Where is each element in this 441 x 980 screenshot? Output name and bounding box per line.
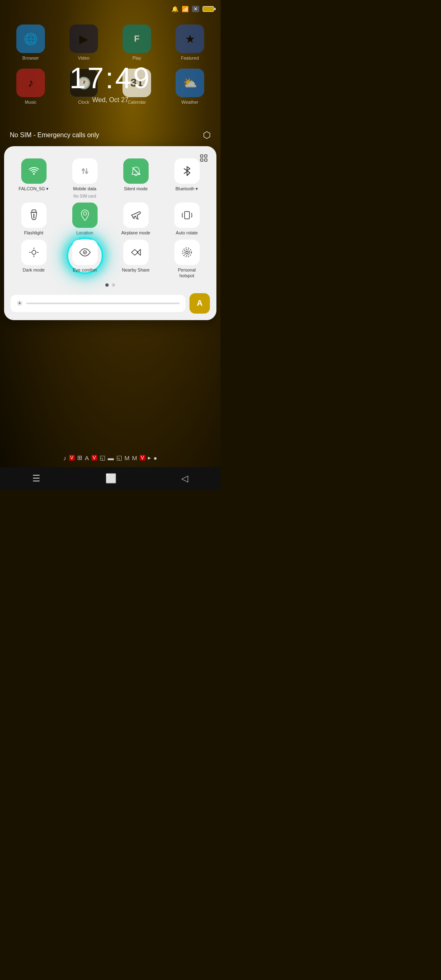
notif-icon-v2: V xyxy=(91,455,97,461)
browser-icon: 🌐 xyxy=(16,24,45,53)
tile-silentmode[interactable]: Silent mode xyxy=(113,158,159,198)
browser-label: Browser xyxy=(22,56,39,60)
clock-date: Wed, Oct 27 xyxy=(0,96,220,104)
darkmode-tile-icon xyxy=(21,240,47,265)
brightness-control[interactable]: ☀ xyxy=(11,295,185,312)
hotspot-tile-icon xyxy=(174,240,200,265)
svg-point-4 xyxy=(33,173,35,175)
quick-settings-panel: FALCON_5G ▾ Mobile data No SIM card xyxy=(4,146,216,320)
location-tile-icon xyxy=(72,203,98,228)
sim-notice: No SIM - Emergency calls only ⬡ xyxy=(0,130,220,140)
svg-rect-2 xyxy=(200,159,203,161)
mobiledata-tile-icon xyxy=(72,158,98,184)
airplane-label: Airplane mode xyxy=(121,230,150,236)
notif-icon-box1: ◱ xyxy=(100,454,105,461)
bg-app-play: F Play xyxy=(114,24,159,60)
qs-edit-button[interactable] xyxy=(199,154,208,165)
wifi-icon: 📶 xyxy=(182,6,189,12)
tile-autorotate[interactable]: Auto rotate xyxy=(164,203,210,236)
flashlight-tile-icon xyxy=(21,203,47,228)
mobiledata-sublabel: No SIM card xyxy=(74,194,96,198)
brightness-sun-icon: ☀ xyxy=(16,299,23,308)
nav-menu-button[interactable]: ☰ xyxy=(32,473,40,484)
featured-label: Featured xyxy=(181,56,199,60)
featured-icon: ★ xyxy=(176,24,204,53)
notif-icon-m2: M xyxy=(132,454,137,461)
tile-mobiledata[interactable]: Mobile data No SIM card xyxy=(62,158,108,198)
notif-icon-box2: ◱ xyxy=(116,454,122,461)
notif-icon-music: ♪ xyxy=(63,454,67,461)
notification-bar: ♪ V ⊞ A V ◱ ▬ ◱ M M V ▸ ● xyxy=(0,452,220,464)
svg-point-18 xyxy=(184,249,190,255)
svg-point-8 xyxy=(83,212,87,215)
close-icon: ✕ xyxy=(192,6,199,12)
svg-rect-1 xyxy=(205,155,207,157)
page-dots xyxy=(11,283,210,287)
notif-icon-grid: ⊞ xyxy=(77,454,82,461)
page-dot-1 xyxy=(105,283,109,287)
notif-icon-a: A xyxy=(85,454,89,461)
brightness-slider[interactable] xyxy=(26,303,180,304)
wifi-tile-icon xyxy=(21,158,47,184)
bg-app-video: ▶ Video xyxy=(61,24,106,60)
battery-icon xyxy=(203,6,214,12)
nav-home-button[interactable]: ⬜ xyxy=(105,473,116,484)
tile-eyecomfort[interactable]: Eye comfort xyxy=(62,240,108,278)
svg-point-10 xyxy=(32,250,36,254)
eyecomfort-label: Eye comfort xyxy=(73,267,97,273)
svg-point-16 xyxy=(84,252,85,253)
falcon5g-label: FALCON_5G ▾ xyxy=(19,186,49,192)
font-size-label: A xyxy=(197,298,203,308)
flashlight-label: Flashlight xyxy=(24,230,43,236)
nav-back-button[interactable]: ◁ xyxy=(181,473,188,484)
sim-settings-icon[interactable]: ⬡ xyxy=(203,130,211,140)
notif-icon-dot: ● xyxy=(154,454,157,461)
tile-falcon5g[interactable]: FALCON_5G ▾ xyxy=(11,158,57,198)
video-icon: ▶ xyxy=(69,24,98,53)
tile-darkmode[interactable]: Dark mode xyxy=(11,240,57,278)
svg-rect-0 xyxy=(200,155,203,157)
autorotate-label: Auto rotate xyxy=(176,230,198,236)
location-label: Location xyxy=(76,230,94,236)
bg-app-browser: 🌐 Browser xyxy=(8,24,53,60)
clock-area: 17:49 Wed, Oct 27 xyxy=(0,61,220,104)
nearbyshare-tile-icon xyxy=(123,240,149,265)
notif-icon-play: ▸ xyxy=(148,454,151,461)
qs-bottom-controls: ☀ A xyxy=(11,293,210,314)
qs-row-1: FALCON_5G ▾ Mobile data No SIM card xyxy=(11,158,210,198)
nav-bar: ☰ ⬜ ◁ xyxy=(0,467,220,490)
notif-icon-m1: M xyxy=(125,454,130,461)
tile-nearbyshare[interactable]: Nearby Share xyxy=(113,240,159,278)
hotspot-label: Personalhotspot xyxy=(178,267,196,278)
qs-row-2: Flashlight Location Airplane mode xyxy=(11,203,210,236)
notif-icon-minus: ▬ xyxy=(108,454,114,461)
qs-row-3: Dark mode Eye comfort Nearby S xyxy=(11,240,210,278)
notif-icon-v3: V xyxy=(140,455,145,461)
notif-icon-v1: V xyxy=(69,455,75,461)
play-label: Play xyxy=(132,56,141,60)
tile-location[interactable]: Location xyxy=(62,203,108,236)
tile-flashlight[interactable]: Flashlight xyxy=(11,203,57,236)
autorotate-tile-icon xyxy=(174,203,200,228)
svg-point-17 xyxy=(186,251,188,254)
airplane-tile-icon xyxy=(123,203,149,228)
vibrate-icon: 🔔 xyxy=(172,6,178,12)
tile-airplanemode[interactable]: Airplane mode xyxy=(113,203,159,236)
svg-rect-6 xyxy=(32,210,36,212)
page-dot-2 xyxy=(112,283,115,287)
svg-rect-9 xyxy=(185,212,189,219)
sim-text: No SIM - Emergency calls only xyxy=(10,131,99,139)
play-icon: F xyxy=(122,24,151,53)
nearbyshare-label: Nearby Share xyxy=(122,267,150,273)
video-label: Video xyxy=(78,56,89,60)
bluetooth-label: Bluetooth ▾ xyxy=(176,186,198,192)
svg-rect-3 xyxy=(205,159,207,161)
clock-time: 17:49 xyxy=(0,61,220,95)
mobiledata-label: Mobile data xyxy=(73,186,96,192)
eyecomfort-tile-icon xyxy=(72,240,98,265)
font-size-button[interactable]: A xyxy=(189,293,210,314)
status-bar: 🔔 📶 ✕ xyxy=(0,0,220,18)
silentmode-label: Silent mode xyxy=(124,186,147,192)
bg-app-featured: ★ Featured xyxy=(167,24,212,60)
tile-personalhotspot[interactable]: Personalhotspot xyxy=(164,240,210,278)
